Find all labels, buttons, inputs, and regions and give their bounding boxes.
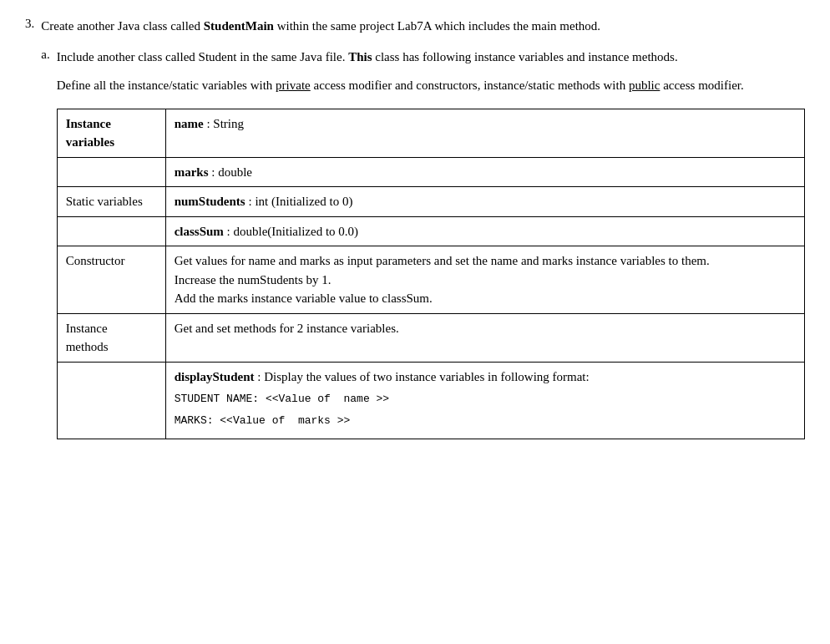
table-row: Static variables numStudents : int (Init… (57, 187, 804, 217)
cell-display-student: displayStudent : Display the values of t… (165, 362, 804, 439)
table-row: Instancemethods Get and set methods for … (57, 313, 804, 362)
define-part1: Define all the instance/static variables… (57, 79, 276, 92)
sub-list: a. Include another class called Student … (41, 48, 805, 440)
item-3: 3. Create another Java class called Stud… (25, 17, 805, 449)
table-row: Instancevariables name : String (57, 109, 804, 157)
sub-text-part2: class has following instance variables a… (372, 50, 678, 63)
cell-class-sum: classSum : double(Initialized to 0.0) (165, 216, 804, 246)
title-part2: within the same project Lab7A which incl… (274, 19, 600, 33)
define-part3: access modifier. (660, 79, 743, 92)
cell-empty-3 (57, 362, 165, 439)
table-row: Constructor Get values for name and mark… (57, 246, 804, 314)
cell-constructor-desc: Get values for name and marks as input p… (165, 246, 804, 314)
cell-static-vars: Static variables (57, 187, 165, 217)
sub-text-part1: Include another class called Student in … (57, 50, 348, 63)
table-row: displayStudent : Display the values of t… (57, 362, 804, 439)
class-table: Instancevariables name : String (57, 109, 805, 440)
item-content: Create another Java class called Student… (41, 17, 805, 449)
cell-empty-2 (57, 216, 165, 246)
title-part1: Create another Java class called (41, 19, 204, 33)
title-bold: StudentMain (204, 19, 274, 33)
cell-marks: marks : double (165, 157, 804, 187)
sub-label: a. (41, 48, 49, 440)
define-part2: access modifier and constructors, instan… (311, 79, 629, 92)
item-number: 3. (25, 17, 34, 449)
define-underline2: public (629, 79, 660, 92)
main-content: 3. Create another Java class called Stud… (25, 17, 805, 449)
table-container: Instancevariables name : String (57, 109, 805, 440)
table-row: classSum : double(Initialized to 0.0) (57, 216, 804, 246)
item-title: Create another Java class called Student… (41, 17, 805, 36)
cell-get-set: Get and set methods for 2 instance varia… (165, 313, 804, 362)
cell-instance-methods: Instancemethods (57, 313, 165, 362)
cell-constructor: Constructor (57, 246, 165, 314)
sub-item-a: a. Include another class called Student … (41, 48, 805, 440)
define-underline1: private (276, 79, 311, 92)
table-row: marks : double (57, 157, 804, 187)
cell-num-students: numStudents : int (Initialized to 0) (165, 187, 804, 217)
sub-text-bold: This (348, 50, 372, 63)
sub-content: Include another class called Student in … (57, 48, 805, 440)
cell-instance-vars: Instancevariables (57, 109, 165, 157)
cell-name: name : String (165, 109, 804, 157)
define-text: Define all the instance/static variables… (57, 76, 805, 95)
cell-empty-1 (57, 157, 165, 187)
sub-text: Include another class called Student in … (57, 48, 805, 67)
